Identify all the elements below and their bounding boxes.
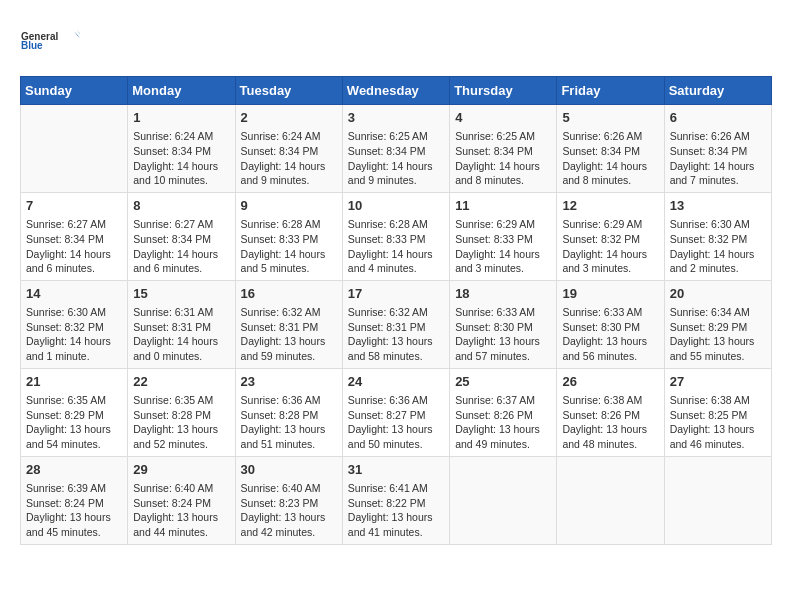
day-content: Sunrise: 6:40 AM Sunset: 8:24 PM Dayligh… (133, 481, 229, 540)
day-content: Sunrise: 6:32 AM Sunset: 8:31 PM Dayligh… (241, 305, 337, 364)
calendar-cell: 20Sunrise: 6:34 AM Sunset: 8:29 PM Dayli… (664, 280, 771, 368)
day-number: 2 (241, 109, 337, 127)
calendar-cell: 26Sunrise: 6:38 AM Sunset: 8:26 PM Dayli… (557, 368, 664, 456)
calendar-cell: 14Sunrise: 6:30 AM Sunset: 8:32 PM Dayli… (21, 280, 128, 368)
day-number: 6 (670, 109, 766, 127)
day-number: 10 (348, 197, 444, 215)
calendar-cell: 15Sunrise: 6:31 AM Sunset: 8:31 PM Dayli… (128, 280, 235, 368)
day-content: Sunrise: 6:27 AM Sunset: 8:34 PM Dayligh… (26, 217, 122, 276)
day-content: Sunrise: 6:29 AM Sunset: 8:32 PM Dayligh… (562, 217, 658, 276)
day-content: Sunrise: 6:35 AM Sunset: 8:29 PM Dayligh… (26, 393, 122, 452)
day-content: Sunrise: 6:35 AM Sunset: 8:28 PM Dayligh… (133, 393, 229, 452)
logo: General Blue (20, 20, 80, 60)
day-content: Sunrise: 6:28 AM Sunset: 8:33 PM Dayligh… (241, 217, 337, 276)
day-number: 27 (670, 373, 766, 391)
weekday-header-tuesday: Tuesday (235, 77, 342, 105)
day-number: 30 (241, 461, 337, 479)
calendar-cell: 27Sunrise: 6:38 AM Sunset: 8:25 PM Dayli… (664, 368, 771, 456)
calendar-cell: 8Sunrise: 6:27 AM Sunset: 8:34 PM Daylig… (128, 192, 235, 280)
weekday-header-wednesday: Wednesday (342, 77, 449, 105)
day-content: Sunrise: 6:36 AM Sunset: 8:28 PM Dayligh… (241, 393, 337, 452)
calendar-cell: 19Sunrise: 6:33 AM Sunset: 8:30 PM Dayli… (557, 280, 664, 368)
day-content: Sunrise: 6:26 AM Sunset: 8:34 PM Dayligh… (670, 129, 766, 188)
day-content: Sunrise: 6:26 AM Sunset: 8:34 PM Dayligh… (562, 129, 658, 188)
day-number: 31 (348, 461, 444, 479)
calendar-cell: 16Sunrise: 6:32 AM Sunset: 8:31 PM Dayli… (235, 280, 342, 368)
weekday-header-sunday: Sunday (21, 77, 128, 105)
calendar-week-4: 21Sunrise: 6:35 AM Sunset: 8:29 PM Dayli… (21, 368, 772, 456)
day-number: 12 (562, 197, 658, 215)
calendar-cell: 18Sunrise: 6:33 AM Sunset: 8:30 PM Dayli… (450, 280, 557, 368)
day-content: Sunrise: 6:38 AM Sunset: 8:25 PM Dayligh… (670, 393, 766, 452)
day-number: 5 (562, 109, 658, 127)
calendar-week-1: 1Sunrise: 6:24 AM Sunset: 8:34 PM Daylig… (21, 105, 772, 193)
svg-text:Blue: Blue (21, 40, 43, 51)
day-number: 21 (26, 373, 122, 391)
calendar-cell: 17Sunrise: 6:32 AM Sunset: 8:31 PM Dayli… (342, 280, 449, 368)
weekday-header-row: SundayMondayTuesdayWednesdayThursdayFrid… (21, 77, 772, 105)
day-number: 29 (133, 461, 229, 479)
calendar-cell (21, 105, 128, 193)
day-content: Sunrise: 6:28 AM Sunset: 8:33 PM Dayligh… (348, 217, 444, 276)
calendar-cell: 29Sunrise: 6:40 AM Sunset: 8:24 PM Dayli… (128, 456, 235, 544)
page-header: General Blue (20, 20, 772, 60)
calendar-cell (450, 456, 557, 544)
calendar-cell: 22Sunrise: 6:35 AM Sunset: 8:28 PM Dayli… (128, 368, 235, 456)
calendar-cell: 10Sunrise: 6:28 AM Sunset: 8:33 PM Dayli… (342, 192, 449, 280)
calendar-cell: 12Sunrise: 6:29 AM Sunset: 8:32 PM Dayli… (557, 192, 664, 280)
calendar-cell: 1Sunrise: 6:24 AM Sunset: 8:34 PM Daylig… (128, 105, 235, 193)
calendar-cell: 25Sunrise: 6:37 AM Sunset: 8:26 PM Dayli… (450, 368, 557, 456)
calendar-table: SundayMondayTuesdayWednesdayThursdayFrid… (20, 76, 772, 545)
svg-marker-3 (77, 30, 81, 37)
calendar-cell: 11Sunrise: 6:29 AM Sunset: 8:33 PM Dayli… (450, 192, 557, 280)
day-content: Sunrise: 6:25 AM Sunset: 8:34 PM Dayligh… (348, 129, 444, 188)
day-content: Sunrise: 6:33 AM Sunset: 8:30 PM Dayligh… (562, 305, 658, 364)
day-number: 13 (670, 197, 766, 215)
calendar-cell: 30Sunrise: 6:40 AM Sunset: 8:23 PM Dayli… (235, 456, 342, 544)
day-number: 8 (133, 197, 229, 215)
calendar-cell: 6Sunrise: 6:26 AM Sunset: 8:34 PM Daylig… (664, 105, 771, 193)
calendar-week-2: 7Sunrise: 6:27 AM Sunset: 8:34 PM Daylig… (21, 192, 772, 280)
day-number: 9 (241, 197, 337, 215)
day-number: 25 (455, 373, 551, 391)
calendar-cell: 23Sunrise: 6:36 AM Sunset: 8:28 PM Dayli… (235, 368, 342, 456)
day-number: 19 (562, 285, 658, 303)
day-content: Sunrise: 6:24 AM Sunset: 8:34 PM Dayligh… (241, 129, 337, 188)
day-content: Sunrise: 6:39 AM Sunset: 8:24 PM Dayligh… (26, 481, 122, 540)
day-content: Sunrise: 6:38 AM Sunset: 8:26 PM Dayligh… (562, 393, 658, 452)
calendar-cell (664, 456, 771, 544)
calendar-cell: 4Sunrise: 6:25 AM Sunset: 8:34 PM Daylig… (450, 105, 557, 193)
weekday-header-thursday: Thursday (450, 77, 557, 105)
day-number: 23 (241, 373, 337, 391)
calendar-cell: 5Sunrise: 6:26 AM Sunset: 8:34 PM Daylig… (557, 105, 664, 193)
svg-marker-2 (74, 31, 80, 38)
day-number: 14 (26, 285, 122, 303)
day-content: Sunrise: 6:36 AM Sunset: 8:27 PM Dayligh… (348, 393, 444, 452)
day-number: 18 (455, 285, 551, 303)
calendar-cell: 9Sunrise: 6:28 AM Sunset: 8:33 PM Daylig… (235, 192, 342, 280)
calendar-cell: 13Sunrise: 6:30 AM Sunset: 8:32 PM Dayli… (664, 192, 771, 280)
logo-svg: General Blue (20, 20, 80, 60)
day-content: Sunrise: 6:29 AM Sunset: 8:33 PM Dayligh… (455, 217, 551, 276)
day-content: Sunrise: 6:32 AM Sunset: 8:31 PM Dayligh… (348, 305, 444, 364)
calendar-cell: 3Sunrise: 6:25 AM Sunset: 8:34 PM Daylig… (342, 105, 449, 193)
day-content: Sunrise: 6:40 AM Sunset: 8:23 PM Dayligh… (241, 481, 337, 540)
calendar-cell: 21Sunrise: 6:35 AM Sunset: 8:29 PM Dayli… (21, 368, 128, 456)
day-number: 1 (133, 109, 229, 127)
day-content: Sunrise: 6:30 AM Sunset: 8:32 PM Dayligh… (26, 305, 122, 364)
day-content: Sunrise: 6:24 AM Sunset: 8:34 PM Dayligh… (133, 129, 229, 188)
calendar-week-5: 28Sunrise: 6:39 AM Sunset: 8:24 PM Dayli… (21, 456, 772, 544)
calendar-cell: 7Sunrise: 6:27 AM Sunset: 8:34 PM Daylig… (21, 192, 128, 280)
calendar-cell: 28Sunrise: 6:39 AM Sunset: 8:24 PM Dayli… (21, 456, 128, 544)
day-content: Sunrise: 6:33 AM Sunset: 8:30 PM Dayligh… (455, 305, 551, 364)
calendar-cell: 24Sunrise: 6:36 AM Sunset: 8:27 PM Dayli… (342, 368, 449, 456)
day-number: 20 (670, 285, 766, 303)
weekday-header-monday: Monday (128, 77, 235, 105)
day-content: Sunrise: 6:41 AM Sunset: 8:22 PM Dayligh… (348, 481, 444, 540)
day-number: 4 (455, 109, 551, 127)
day-content: Sunrise: 6:37 AM Sunset: 8:26 PM Dayligh… (455, 393, 551, 452)
weekday-header-saturday: Saturday (664, 77, 771, 105)
day-number: 7 (26, 197, 122, 215)
day-number: 24 (348, 373, 444, 391)
day-content: Sunrise: 6:30 AM Sunset: 8:32 PM Dayligh… (670, 217, 766, 276)
